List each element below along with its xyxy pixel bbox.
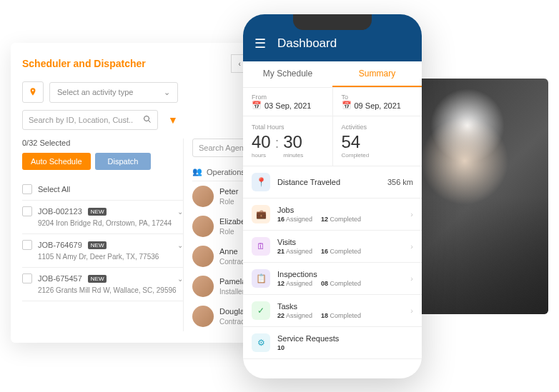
metric-title: Jobs bbox=[277, 206, 403, 214]
phone-notch bbox=[293, 14, 372, 30]
assigned-word: Assigned bbox=[286, 280, 312, 287]
status-badge: NEW bbox=[88, 275, 107, 283]
chevron-down-icon: ⌄ bbox=[177, 275, 183, 283]
inspection-icon: 📋 bbox=[252, 269, 270, 288]
filter-icon[interactable]: ▼ bbox=[164, 114, 182, 126]
job-address: 2126 Grants Mill Rd W, Wallace, SC, 2959… bbox=[38, 286, 183, 295]
agent-role: Role bbox=[219, 197, 238, 206]
search-input[interactable]: Search by ID, Location, Cust.. bbox=[22, 110, 158, 130]
from-date-picker[interactable]: 📅 03 Sep, 2021 bbox=[252, 101, 324, 110]
tab-summary[interactable]: Summary bbox=[332, 61, 422, 87]
metric-visits[interactable]: 🗓 Visits 21 Assigned16 Completed › bbox=[243, 231, 422, 263]
selection-count: 0/32 Selected bbox=[22, 139, 183, 147]
avatar bbox=[192, 246, 214, 267]
activities-value: 54 bbox=[342, 132, 414, 152]
hours-unit: hours bbox=[252, 152, 271, 159]
chevron-right-icon: › bbox=[410, 210, 413, 218]
pin-icon: 📍 bbox=[252, 173, 270, 191]
minutes-value: 30 bbox=[283, 132, 303, 152]
agent-name: Pamela bbox=[219, 276, 246, 286]
distance-value: 356 km bbox=[387, 178, 413, 186]
metric-title: Tasks bbox=[277, 302, 403, 311]
tab-my-schedule[interactable]: My Schedule bbox=[243, 61, 332, 87]
metric-tasks[interactable]: ✓ Tasks 22 Assigned18 Completed › bbox=[243, 295, 422, 327]
menu-icon[interactable]: ☰ bbox=[254, 36, 266, 51]
from-label: From bbox=[252, 94, 324, 101]
to-date: 09 Sep, 2021 bbox=[355, 101, 401, 110]
assigned-count: 21 bbox=[277, 248, 285, 255]
job-checkbox[interactable] bbox=[22, 273, 32, 283]
status-badge: NEW bbox=[88, 208, 107, 216]
activities-label: Activities bbox=[342, 124, 414, 131]
assigned-count: 10 bbox=[277, 344, 285, 351]
metric-service-requests[interactable]: ⚙ Service Requests 10 bbox=[243, 327, 422, 359]
job-id: JOB-002123 bbox=[38, 207, 82, 216]
job-item[interactable]: JOB-002123 NEW ⌄ 9204 Iron Bridge Rd, Or… bbox=[22, 201, 183, 234]
agent-name: Peter bbox=[219, 186, 238, 196]
assigned-count: 16 bbox=[277, 216, 285, 223]
visit-icon: 🗓 bbox=[252, 237, 270, 256]
to-date-picker[interactable]: 📅 09 Sep, 2021 bbox=[342, 101, 414, 110]
status-badge: NEW bbox=[88, 241, 107, 249]
calendar-icon: 📅 bbox=[342, 101, 352, 110]
activity-type-select[interactable]: Select an activity type ⌄ bbox=[49, 82, 178, 103]
select-all-checkbox[interactable] bbox=[22, 184, 32, 194]
metric-inspections[interactable]: 📋 Inspections 12 Assigned08 Completed › bbox=[243, 263, 422, 295]
search-icon bbox=[143, 115, 152, 125]
metric-jobs[interactable]: 💼 Jobs 16 Assigned12 Completed › bbox=[243, 198, 422, 231]
job-checkbox[interactable] bbox=[22, 206, 32, 216]
metric-title: Visits bbox=[277, 238, 403, 246]
activity-placeholder: Select an activity type bbox=[57, 88, 133, 96]
minutes-unit: minutes bbox=[283, 152, 303, 159]
page-title: Scheduler and Dispatcher bbox=[22, 58, 146, 69]
job-address: 9204 Iron Bridge Rd, Orrstown, PA, 17244 bbox=[38, 218, 183, 228]
chevron-down-icon: ⌄ bbox=[164, 88, 170, 97]
auto-schedule-button[interactable]: Auto Schedule bbox=[22, 153, 91, 170]
worker-photo bbox=[409, 79, 548, 314]
search-placeholder: Search by ID, Location, Cust.. bbox=[29, 116, 133, 124]
agent-role: Installer bbox=[219, 287, 246, 296]
completed-word: Completed bbox=[330, 216, 362, 223]
task-icon: ✓ bbox=[252, 301, 270, 320]
completed-word: Completed bbox=[330, 312, 362, 319]
avatar bbox=[192, 276, 214, 297]
job-item[interactable]: JOB-764679 NEW ⌄ 1105 N Amy Dr, Deer Par… bbox=[22, 234, 183, 268]
completed-count: 18 bbox=[321, 312, 328, 319]
from-date: 03 Sep, 2021 bbox=[264, 101, 311, 110]
chevron-right-icon: › bbox=[410, 306, 413, 315]
assigned-word: Assigned bbox=[286, 216, 312, 223]
chevron-right-icon: › bbox=[410, 242, 413, 251]
avatar bbox=[192, 216, 214, 237]
hours-label: Total Hours bbox=[252, 124, 324, 131]
job-item[interactable]: JOB-675457 NEW ⌄ 2126 Grants Mill Rd W, … bbox=[22, 268, 183, 301]
metric-title: Service Requests bbox=[277, 334, 413, 343]
job-id: JOB-675457 bbox=[38, 274, 82, 283]
chevron-down-icon: ⌄ bbox=[177, 208, 183, 216]
location-icon[interactable] bbox=[22, 81, 44, 103]
chevron-right-icon: › bbox=[410, 274, 413, 283]
completed-count: 12 bbox=[321, 216, 328, 223]
avatar bbox=[192, 306, 214, 327]
briefcase-icon: 💼 bbox=[252, 205, 270, 223]
dispatch-button[interactable]: Dispatch bbox=[95, 153, 152, 170]
assigned-count: 12 bbox=[277, 280, 285, 287]
calendar-icon: 📅 bbox=[252, 101, 262, 110]
completed-count: 16 bbox=[321, 248, 328, 255]
svg-point-0 bbox=[144, 116, 149, 121]
assigned-count: 22 bbox=[277, 312, 285, 319]
completed-count: 08 bbox=[321, 280, 328, 287]
to-label: To bbox=[342, 94, 414, 101]
app-title: Dashboard bbox=[277, 36, 337, 51]
activities-unit: Completed bbox=[342, 152, 414, 159]
time-separator: : bbox=[275, 135, 280, 151]
metric-distance[interactable]: 📍 Distance Traveled 356 km bbox=[243, 166, 422, 198]
phone-mockup: ☰ Dashboard My Schedule Summary From 📅 0… bbox=[243, 14, 422, 378]
completed-word: Completed bbox=[330, 280, 362, 287]
assigned-word: Assigned bbox=[286, 248, 312, 255]
job-checkbox[interactable] bbox=[22, 240, 32, 250]
metric-title: Distance Traveled bbox=[277, 178, 380, 186]
select-all-label: Select All bbox=[38, 185, 70, 194]
job-id: JOB-764679 bbox=[38, 241, 82, 249]
avatar bbox=[192, 186, 214, 207]
completed-word: Completed bbox=[330, 248, 362, 255]
